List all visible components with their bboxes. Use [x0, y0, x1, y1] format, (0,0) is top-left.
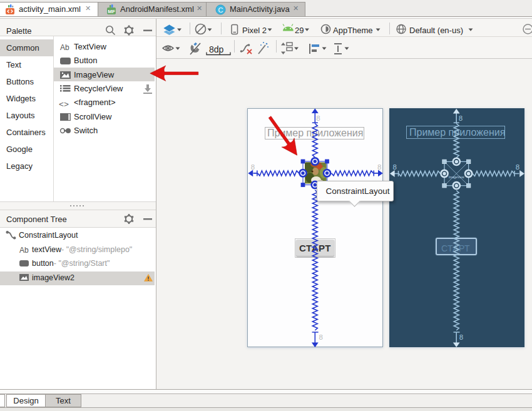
svg-text:C: C — [218, 6, 223, 14]
svg-text:MF: MF — [108, 9, 115, 14]
